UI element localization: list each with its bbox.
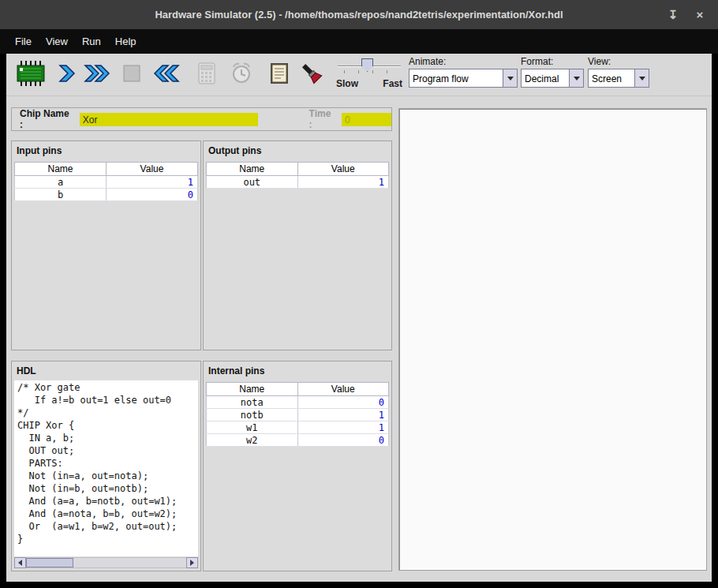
window-titlebar: Hardware Simulator (2.5) - /home/thomas/… <box>0 0 718 29</box>
app-area: Slow Fast Animate: Program flow Format: … <box>6 54 712 582</box>
pin-name: b <box>15 189 107 201</box>
input-pins-title: Input pins <box>12 141 200 160</box>
load-chip-button[interactable] <box>13 58 47 92</box>
reset-button[interactable] <box>151 58 181 92</box>
column-header-value: Value <box>297 163 389 176</box>
close-button[interactable]: × <box>693 8 707 21</box>
stop-button[interactable] <box>118 58 145 92</box>
column-header-value: Value <box>107 163 198 176</box>
arrow-right-icon <box>190 560 194 566</box>
pin-name: nota <box>207 396 298 409</box>
output-pins-title: Output pins <box>204 141 391 160</box>
slider-tick <box>344 70 345 73</box>
pin-row[interactable]: w1 1 <box>207 421 389 434</box>
time-label: Time : <box>309 108 336 130</box>
view-selected-value: Screen <box>589 69 634 87</box>
clear-button[interactable] <box>297 58 327 92</box>
slider-tick <box>358 70 359 73</box>
hdl-horizontal-scrollbar[interactable] <box>14 557 198 568</box>
input-pins-table: Name Value a 1 b 0 <box>14 162 198 201</box>
menu-item-run[interactable]: Run <box>75 32 108 51</box>
column-header-name: Name <box>207 163 298 176</box>
pin-name: w1 <box>207 421 298 434</box>
window-title: Hardware Simulator (2.5) - /home/thomas/… <box>155 9 563 21</box>
calculator-icon <box>196 62 217 88</box>
slider-slow-label: Slow <box>336 78 358 89</box>
single-step-button[interactable] <box>52 58 82 92</box>
stop-icon <box>123 65 140 85</box>
pin-value: 0 <box>297 396 389 409</box>
pin-row[interactable]: w2 0 <box>207 434 389 447</box>
scroll-left-button[interactable] <box>14 557 26 568</box>
clock-icon <box>230 62 253 88</box>
rewind-icon <box>153 62 180 88</box>
view-dropdown-button[interactable] <box>634 69 649 87</box>
step-forward-icon <box>57 62 77 88</box>
hdl-title: HDL <box>12 361 200 380</box>
chevron-down-icon <box>507 77 514 81</box>
internal-pins-panel: Internal pins Name Value nota 0 notb 1 w… <box>203 361 392 571</box>
pin-row[interactable]: nota 0 <box>207 396 389 409</box>
pin-value: 0 <box>297 434 389 447</box>
pin-row[interactable]: out 1 <box>207 176 389 189</box>
view-label: View: <box>588 56 649 67</box>
pin-value[interactable]: 1 <box>107 176 198 189</box>
menu-item-file[interactable]: File <box>8 32 39 51</box>
pin-value: 1 <box>297 409 389 421</box>
scrollbar-thumb[interactable] <box>26 558 73 567</box>
internal-pins-title: Internal pins <box>204 361 391 380</box>
chip-icon <box>15 60 45 90</box>
chevron-down-icon <box>574 77 580 81</box>
column-header-name: Name <box>207 383 298 396</box>
output-pins-table: Name Value out 1 <box>206 162 389 189</box>
pin-row[interactable]: a 1 <box>15 176 198 189</box>
hdl-panel: HDL /* Xor gate If a!=b out=1 else out=0… <box>11 361 201 571</box>
chevron-down-icon <box>639 77 645 81</box>
animate-select[interactable]: Program flow <box>409 69 518 88</box>
pin-value: 1 <box>297 421 389 434</box>
format-select[interactable]: Decimal <box>521 69 584 88</box>
slider-thumb[interactable] <box>361 58 373 72</box>
pin-name: out <box>207 176 298 189</box>
clock-button[interactable] <box>227 58 256 92</box>
fast-forward-icon <box>84 62 110 88</box>
calculator-button[interactable] <box>193 58 221 92</box>
format-selected-value: Decimal <box>522 69 569 87</box>
menu-bar: File View Run Help <box>0 29 718 54</box>
arrow-left-icon <box>18 560 22 566</box>
animate-selected-value: Program flow <box>409 69 503 87</box>
speed-slider[interactable]: Slow Fast <box>336 55 402 93</box>
chip-name-bar: Chip Name : Xor Time : 0 <box>11 107 392 131</box>
document-icon <box>268 62 290 88</box>
pin-value: 1 <box>297 176 389 189</box>
menu-item-view[interactable]: View <box>39 32 75 51</box>
chip-name-label: Chip Name : <box>20 108 74 130</box>
chip-name-field[interactable]: Xor <box>80 113 258 126</box>
input-pins-panel: Input pins Name Value a 1 b 0 <box>11 140 201 350</box>
animate-dropdown-button[interactable] <box>503 69 517 87</box>
screen-view-panel <box>398 108 707 571</box>
slider-fast-label: Fast <box>383 78 402 89</box>
format-label: Format: <box>521 56 584 67</box>
pin-row[interactable]: notb 1 <box>207 409 389 421</box>
minimize-button[interactable]: ↧ <box>666 8 680 22</box>
column-header-value: Value <box>297 383 389 396</box>
slider-tick <box>387 70 387 73</box>
run-button[interactable] <box>82 58 112 92</box>
output-pins-panel: Output pins Name Value out 1 <box>203 140 392 350</box>
hdl-code-view[interactable]: /* Xor gate If a!=b out=1 else out=0 */ … <box>14 380 198 556</box>
brush-icon <box>300 62 323 88</box>
time-field: 0 <box>342 113 391 126</box>
menu-item-help[interactable]: Help <box>108 32 144 51</box>
pin-row[interactable]: b 0 <box>15 189 198 201</box>
scrollbar-track[interactable] <box>26 557 186 568</box>
format-dropdown-button[interactable] <box>569 69 583 87</box>
view-select[interactable]: Screen <box>588 69 649 88</box>
pin-name: notb <box>207 409 298 421</box>
internal-pins-table: Name Value nota 0 notb 1 w1 1 w2 <box>206 382 389 447</box>
hdl-view-button[interactable] <box>265 58 294 92</box>
toolbar: Slow Fast Animate: Program flow Format: … <box>6 54 712 96</box>
pin-value[interactable]: 0 <box>107 189 198 201</box>
scroll-right-button[interactable] <box>186 557 198 568</box>
column-header-name: Name <box>15 163 107 176</box>
